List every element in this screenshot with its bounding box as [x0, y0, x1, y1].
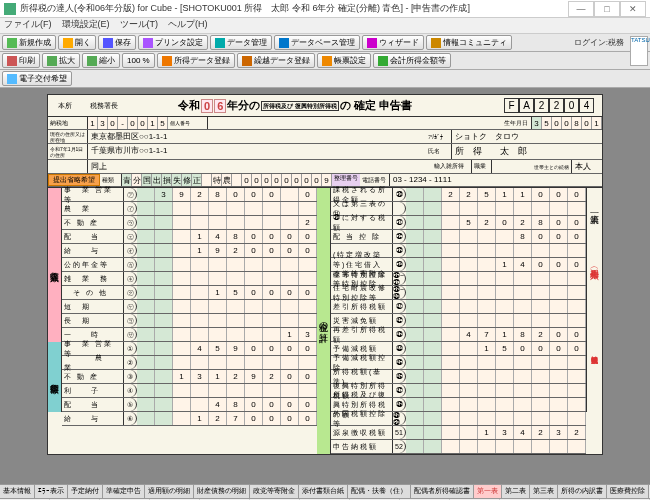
tab-4[interactable]: 適用額の明細 [145, 485, 194, 498]
grid-cell[interactable] [232, 174, 242, 186]
tab-2[interactable]: 予定納付 [68, 485, 103, 498]
menu-tool[interactable]: ツール(T) [120, 18, 159, 33]
row-value[interactable] [137, 202, 317, 215]
row-value[interactable] [406, 300, 586, 313]
tel-text[interactable]: 03 - 1234 - 1111 [390, 174, 480, 186]
row-value[interactable]: 13129200 [137, 370, 317, 383]
menu-env[interactable]: 環境設定(E) [62, 18, 110, 33]
toolbar-zoom[interactable]: 100 % [122, 53, 155, 68]
addr1-text[interactable]: 東京都墨田区○○1-1-1 [88, 130, 426, 143]
grid-cell[interactable]: 修 [182, 174, 192, 186]
menu-file[interactable]: ファイル(F) [4, 18, 52, 33]
grid-cell[interactable]: 5 [158, 117, 168, 129]
minimize-button[interactable]: — [568, 1, 594, 17]
grid-cell[interactable]: 0 [262, 174, 272, 186]
row-value[interactable] [406, 356, 586, 369]
year-d2[interactable]: 6 [214, 99, 226, 113]
grid-cell[interactable]: 0 [302, 174, 312, 186]
row-value[interactable]: 4718200 [406, 328, 586, 341]
grid-cell[interactable]: 出 [152, 174, 162, 186]
grid-cell[interactable]: 0 [128, 117, 138, 129]
toolbar-所得データ登録[interactable]: 所得データ登録 [157, 53, 235, 68]
grid-cell[interactable]: 0 [562, 117, 572, 129]
toolbar-情報コミュニティ[interactable]: 情報コミュニティ [426, 35, 512, 50]
row-value[interactable] [137, 314, 317, 327]
toolbar-縮小[interactable]: 縮小 [82, 53, 120, 68]
row-value[interactable]: 480000 [137, 398, 317, 411]
name-text[interactable]: 所 得 太 郎 [452, 144, 602, 159]
row-value[interactable] [406, 244, 586, 257]
row-value[interactable] [137, 300, 317, 313]
grid-cell[interactable]: 1 [88, 117, 98, 129]
toolbar-プリンタ設定[interactable]: プリンタ設定 [138, 35, 208, 50]
grid-cell[interactable]: 損 [162, 174, 172, 186]
row-value[interactable] [137, 258, 317, 271]
row-value[interactable] [406, 286, 586, 299]
grid-cell[interactable]: 0 [272, 174, 282, 186]
grid-cell[interactable]: 失 [172, 174, 182, 186]
types-grid[interactable]: 青分国出損失修正特農000000009 [122, 174, 332, 186]
tab-3[interactable]: 準確定申告 [103, 485, 145, 498]
tab-1[interactable]: ｴﾗｰ表示 [35, 485, 68, 498]
grid-cell[interactable]: 3 [532, 117, 542, 129]
row-value[interactable]: 134232 [406, 426, 586, 439]
row-value[interactable]: 1480000 [137, 230, 317, 243]
row-value[interactable]: 2 [137, 216, 317, 229]
row-value[interactable] [406, 202, 586, 215]
toolbar-印刷[interactable]: 印刷 [2, 53, 40, 68]
row-value[interactable] [406, 398, 586, 411]
zip-grid[interactable]: 130-0015 [88, 117, 168, 129]
row-value[interactable]: 13 [137, 328, 317, 341]
grid-cell[interactable]: 分 [132, 174, 142, 186]
grid-cell[interactable]: 3 [98, 117, 108, 129]
row-value[interactable] [137, 272, 317, 285]
grid-cell[interactable]: 国 [142, 174, 152, 186]
row-value[interactable] [137, 356, 317, 369]
tab-12[interactable]: 第三表 [530, 485, 558, 498]
grid-cell[interactable]: 1 [148, 117, 158, 129]
birth-grid[interactable]: 3500801 [532, 117, 602, 129]
toolbar-データ管理[interactable]: データ管理 [210, 35, 272, 50]
tab-0[interactable]: 基本情報 [0, 485, 35, 498]
grid-cell[interactable]: 0 [242, 174, 252, 186]
grid-cell[interactable]: 0 [108, 117, 118, 129]
grid-cell[interactable]: 9 [322, 174, 332, 186]
toolbar-ウィザード[interactable]: ウィザード [362, 35, 424, 50]
grid-cell[interactable]: - [118, 117, 128, 129]
grid-cell[interactable]: 農 [222, 174, 232, 186]
close-button[interactable]: ✕ [620, 1, 646, 17]
toolbar-電子交付希望[interactable]: 電子交付希望 [2, 71, 72, 86]
tab-7[interactable]: 添付書類台紙 [299, 485, 348, 498]
tab-13[interactable]: 所得の内訳書 [558, 485, 607, 498]
row-value[interactable] [406, 272, 586, 285]
grid-cell[interactable]: 0 [282, 174, 292, 186]
grid-cell[interactable]: 特 [212, 174, 222, 186]
tab-5[interactable]: 財産債務の明細 [194, 485, 250, 498]
row-value[interactable]: 150000 [406, 342, 586, 355]
maximize-button[interactable]: □ [594, 1, 620, 17]
row-value[interactable]: 4590000 [137, 342, 317, 355]
toolbar-拡大[interactable]: 拡大 [42, 53, 80, 68]
toolbar-会計所得金額等[interactable]: 会計所得金額等 [373, 53, 451, 68]
row-value[interactable] [406, 440, 586, 453]
row-value[interactable]: 1270000 [137, 412, 317, 425]
toolbar-帳票設定[interactable]: 帳票設定 [317, 53, 371, 68]
toolbar-繰越データ登録[interactable]: 繰越データ登録 [237, 53, 315, 68]
grid-cell[interactable]: 0 [312, 174, 322, 186]
row-value[interactable] [406, 412, 586, 425]
row-value[interactable]: 5202800 [406, 216, 586, 229]
tab-11[interactable]: 第二表 [502, 485, 530, 498]
tab-14[interactable]: 医療費控除 [607, 485, 649, 498]
furigana-text[interactable]: ショトク タロウ [452, 130, 602, 143]
row-value[interactable]: 1920000 [137, 244, 317, 257]
grid-cell[interactable]: 0 [292, 174, 302, 186]
grid-cell[interactable]: 0 [582, 117, 592, 129]
grid-cell[interactable]: 1 [592, 117, 602, 129]
row-value[interactable] [406, 384, 586, 397]
toolbar-開く[interactable]: 開く [58, 35, 96, 50]
tab-10[interactable]: 第一表 [474, 485, 502, 498]
grid-cell[interactable]: 青 [122, 174, 132, 186]
row-value[interactable]: 150000 [137, 286, 317, 299]
grid-cell[interactable]: 5 [542, 117, 552, 129]
row-value[interactable]: 39280000 [137, 188, 317, 201]
